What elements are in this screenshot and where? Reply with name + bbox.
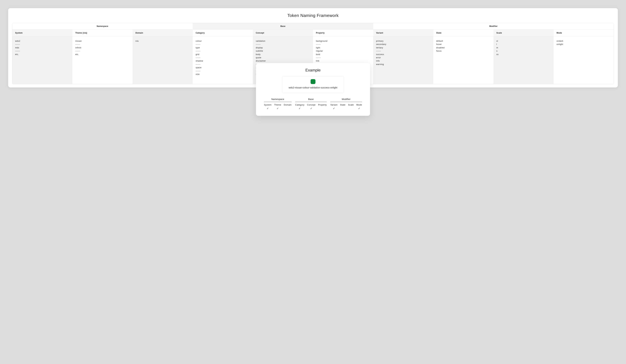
breakdown-part-label: Domain — [284, 103, 292, 106]
check-icon — [318, 107, 327, 110]
example-breakdown: NamespaceSystem✓Theme✓DomainBaseCategory… — [263, 98, 363, 110]
token-value: colour — [196, 39, 250, 43]
example-title: Example — [263, 68, 363, 72]
token-value: m — [496, 46, 551, 49]
column-body: primarysecondarytertiary------successerr… — [373, 36, 433, 84]
group-header-modifier: Modifier — [373, 23, 614, 29]
breakdown-part: Scale — [348, 103, 354, 110]
token-value: focus — [436, 49, 491, 53]
check-icon — [340, 107, 346, 110]
breakdown-parts: Variant✓StateScaleMode✓ — [330, 103, 362, 110]
example-token-box: wds2-nissan-colour-validation-success-on… — [282, 76, 344, 93]
check-icon: ✓ — [295, 107, 305, 110]
breakdown-part: Concept✓ — [307, 103, 315, 110]
token-value: info — [376, 59, 430, 63]
column-header: Mode — [554, 30, 614, 36]
token-value: disabled — [436, 46, 491, 49]
separator: ------ — [196, 63, 250, 66]
separator: ------ — [196, 43, 250, 46]
breakdown-part: System✓ — [264, 103, 272, 110]
token-value: wds2 — [15, 39, 70, 43]
token-value: size — [196, 73, 250, 76]
token-value: subtitle — [256, 49, 310, 53]
breakdown-part-label: Concept — [307, 103, 315, 106]
separator: ------ — [75, 49, 130, 53]
token-value: primary — [376, 39, 430, 43]
breakdown-part: State — [340, 103, 346, 110]
token-value: disclaimer — [256, 59, 310, 63]
column-body: defaulthoverdisabledfocus — [433, 36, 493, 84]
column-header-row: SystemTheme (n/a)DomainCategoryConceptPr… — [12, 30, 614, 36]
column-body: n/a — [133, 36, 193, 84]
check-icon: ✓ — [264, 107, 272, 110]
token-value: background — [316, 39, 370, 43]
token-value: mds — [15, 46, 70, 49]
check-icon: ✓ — [356, 107, 362, 110]
breakdown-group-label: Base — [295, 98, 327, 102]
token-value: regular — [316, 49, 370, 53]
token-value: n/a — [135, 39, 190, 43]
token-value: secondary — [376, 43, 430, 46]
token-value: display — [256, 46, 310, 49]
token-value: error — [376, 56, 430, 59]
token-value: onlight — [556, 43, 611, 46]
token-value: tertiary — [376, 46, 430, 49]
breakdown-part-label: Category — [295, 103, 305, 106]
separator: ------ — [316, 43, 370, 46]
group-header-base: Base — [193, 23, 373, 29]
example-token-text: wds2-nissan-colour-validation-success-on… — [287, 86, 339, 89]
token-value: light — [316, 46, 370, 49]
example-card: Example wds2-nissan-colour-validation-su… — [256, 63, 370, 116]
separator: ------ — [376, 49, 430, 53]
column-body: ondarkonlight — [554, 36, 614, 84]
breakdown-group: BaseCategory✓Concept✓Property — [295, 98, 327, 110]
breakdown-part: Domain — [284, 103, 292, 110]
token-value: warning — [376, 63, 430, 66]
separator: ------ — [75, 43, 130, 46]
token-value: type — [196, 46, 250, 49]
breakdown-group-label: Namespace — [264, 98, 291, 102]
breakdown-part: Category✓ — [295, 103, 305, 110]
breakdown-parts: System✓Theme✓Domain — [264, 103, 291, 110]
column-header: State — [433, 30, 493, 36]
token-value: nissan — [75, 39, 130, 43]
group-header-namespace: Namespace — [12, 23, 193, 29]
token-value: validation — [256, 39, 310, 43]
token-value: bold — [316, 53, 370, 56]
breakdown-part: Property — [318, 103, 327, 110]
check-icon — [284, 107, 292, 110]
breakdown-part-label: Mode — [356, 103, 362, 106]
token-value: quote — [256, 56, 310, 59]
breakdown-part-label: Variant — [330, 103, 337, 106]
breakdown-part: Mode✓ — [356, 103, 362, 110]
breakdown-part: Variant✓ — [330, 103, 337, 110]
column-body: wds2------mds------etc. — [12, 36, 72, 84]
breakdown-group-label: Modifier — [330, 98, 362, 102]
separator: ------ — [256, 43, 310, 46]
token-value: xs — [496, 53, 551, 56]
column-body: xllmsxs — [493, 36, 554, 84]
color-swatch — [311, 79, 315, 84]
page-title: Token Naming Framework — [12, 13, 614, 18]
token-value: etc. — [15, 53, 70, 56]
column-header: Domain — [133, 30, 193, 36]
column-header: Theme (n/a) — [72, 30, 133, 36]
token-value: ondark — [556, 39, 611, 43]
token-value: hover — [436, 43, 491, 46]
breakdown-part: Theme✓ — [274, 103, 281, 110]
check-icon: ✓ — [274, 107, 281, 110]
group-header-row: Namespace Base Modifier — [12, 23, 614, 30]
token-value: s — [496, 49, 551, 53]
column-header: Concept — [253, 30, 313, 36]
check-icon — [348, 107, 354, 110]
separator: ------ — [196, 56, 250, 59]
token-value: l — [496, 43, 551, 46]
token-value: link — [316, 59, 370, 63]
separator: ------ — [15, 43, 70, 46]
column-body: colour------type------grid------shadow--… — [193, 36, 253, 84]
breakdown-part-label: System — [264, 103, 272, 106]
breakdown-part-label: Scale — [348, 103, 354, 106]
breakdown-part-label: Property — [318, 103, 327, 106]
token-value: grid — [196, 53, 250, 56]
column-header: Variant — [373, 30, 433, 36]
